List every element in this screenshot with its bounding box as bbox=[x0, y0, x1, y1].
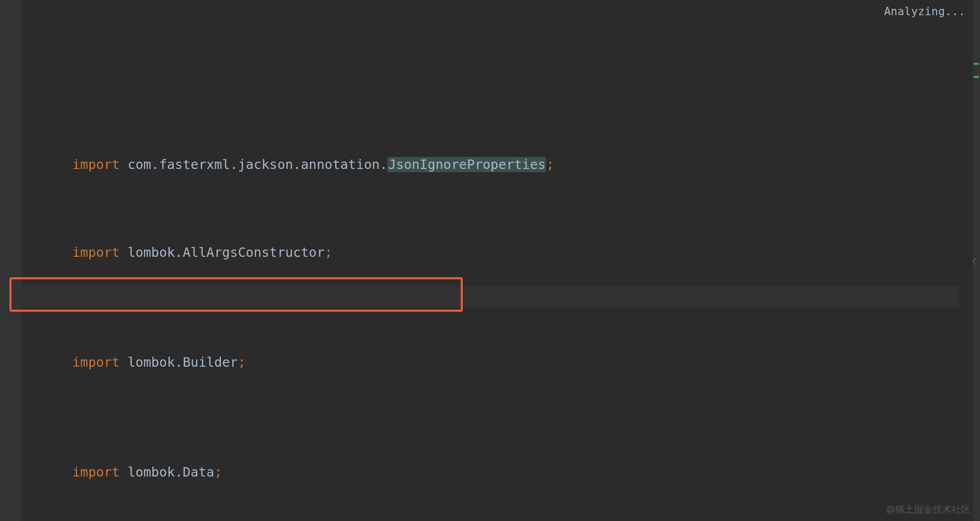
token-keyword: import bbox=[72, 355, 119, 370]
code-line[interactable]: import lombok.Data; bbox=[22, 439, 980, 461]
token-ident: lombok.Builder bbox=[120, 355, 238, 370]
code-line[interactable]: ⊟ import com.fasterxml.jackson.annotatio… bbox=[22, 110, 980, 132]
watermark-text: @稀土掘金技术社区 bbox=[886, 503, 971, 516]
right-error-stripe[interactable] bbox=[973, 0, 980, 521]
code-text-area[interactable]: ⊟ import com.fasterxml.jackson.annotatio… bbox=[22, 0, 980, 521]
token-class-usage: JsonIgnoreProperties bbox=[387, 157, 546, 172]
code-line[interactable]: import lombok.Builder; bbox=[22, 330, 980, 352]
token-ident: lombok.AllArgsConstructor bbox=[120, 245, 325, 260]
stripe-marker bbox=[974, 76, 979, 78]
stripe-marker bbox=[974, 63, 979, 65]
code-line[interactable]: import lombok.AllArgsConstructor; bbox=[22, 220, 980, 242]
token-keyword: import bbox=[72, 465, 119, 480]
token-semicolon: ; bbox=[325, 245, 332, 260]
token-ident: com.fasterxml.jackson.annotation. bbox=[120, 157, 388, 172]
token-semicolon: ; bbox=[214, 465, 222, 480]
code-editor-pane[interactable]: Analyzing... ⊟ import com.fasterxml.jack… bbox=[0, 0, 980, 521]
token-semicolon: ; bbox=[238, 355, 246, 370]
token-semicolon: ; bbox=[546, 157, 554, 172]
token-keyword: import bbox=[72, 157, 119, 172]
token-keyword: import bbox=[72, 245, 119, 260]
editor-gutter bbox=[0, 0, 22, 521]
stripe-scroll-hint bbox=[972, 258, 979, 265]
token-ident: lombok.Data bbox=[120, 465, 215, 480]
